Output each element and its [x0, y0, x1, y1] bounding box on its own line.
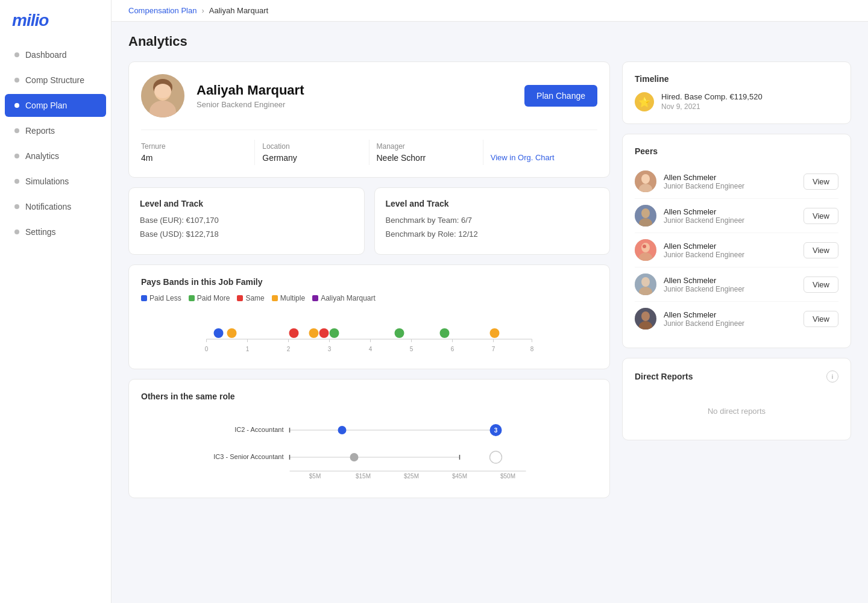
location-label: Location: [262, 142, 361, 151]
org-chart-spacer: [491, 142, 590, 151]
svg-point-28: [319, 328, 329, 338]
svg-point-53: [641, 174, 650, 184]
svg-text:0: 0: [205, 346, 209, 352]
svg-point-31: [440, 328, 450, 338]
breadcrumb-current: Aaliyah Marquart: [209, 6, 268, 15]
org-chart-link[interactable]: View in Org. Chart: [491, 153, 590, 162]
svg-text:7: 7: [492, 346, 495, 352]
sidebar-item-simulations[interactable]: Simulations: [5, 170, 106, 193]
timeline-text: Hired. Base Comp. €119,520: [661, 92, 763, 101]
main-content: Compensation Plan › Aaliyah Marquart Ana…: [112, 0, 868, 603]
svg-point-29: [330, 328, 339, 338]
level-left-title: Level and Track: [140, 199, 353, 208]
paid-less-dot: [141, 295, 147, 301]
employee-title: Senior Backend Engineer: [197, 100, 512, 109]
peer-info-3: Allen Schmeler Junior Backend Engineer: [664, 276, 796, 293]
timeline-item: ⭐ Hired. Base Comp. €119,520 Nov 9, 2021: [635, 92, 838, 111]
direct-reports-card: Direct Reports i No direct reports: [622, 358, 851, 440]
dashboard-dot: [14, 52, 19, 57]
peer-info-2: Allen Schmeler Junior Backend Engineer: [664, 242, 796, 259]
location-value: Germany: [262, 153, 361, 163]
level-right-title: Level and Track: [386, 199, 599, 208]
svg-text:6: 6: [451, 346, 454, 352]
peer-avatar-4: [635, 308, 656, 330]
level-card-right: Level and Track Benchmark by Team: 6/7 B…: [374, 187, 611, 255]
multiple-label: Multiple: [280, 294, 305, 302]
analytics-dot: [14, 154, 19, 158]
others-role-chart: IC2 - Accountant 3 IC3 - Senior Accounta…: [141, 411, 597, 483]
pay-bands-title: Pays Bands in this Job Family: [141, 277, 597, 287]
peer-name-3: Allen Schmeler: [664, 276, 796, 285]
others-role-card: Others in the same role IC2 - Accountant…: [128, 379, 610, 498]
peers-title: Peers: [635, 146, 838, 156]
sidebar-item-settings[interactable]: Settings: [5, 220, 106, 243]
svg-point-32: [490, 328, 500, 338]
org-chart-field: View in Org. Chart: [483, 140, 597, 165]
direct-reports-title: Direct Reports: [635, 372, 693, 381]
breadcrumb-parent[interactable]: Compensation Plan: [128, 6, 197, 15]
peer-avatar-1: [635, 205, 656, 227]
peer-item-1: Allen Schmeler Junior Backend Engineer V…: [635, 199, 838, 233]
direct-reports-header: Direct Reports i: [635, 370, 838, 383]
peer-role-4: Junior Backend Engineer: [664, 319, 796, 328]
peer-item-2: Allen Schmeler Junior Backend Engineer V…: [635, 233, 838, 267]
sidebar-label-comp-structure: Comp Structure: [25, 75, 84, 85]
pay-bands-card: Pays Bands in this Job Family Paid Less …: [128, 264, 610, 369]
svg-point-56: [641, 208, 650, 218]
top-bar: Compensation Plan › Aaliyah Marquart: [112, 0, 868, 22]
employee-name: Aaliyah Marquart: [197, 83, 512, 98]
page-title: Analytics: [112, 22, 868, 49]
sidebar-item-notifications[interactable]: Notifications: [5, 195, 106, 218]
svg-text:IC2 - Accountant: IC2 - Accountant: [234, 426, 283, 433]
svg-point-27: [309, 328, 319, 338]
sidebar-label-analytics: Analytics: [25, 151, 59, 161]
timeline-star-icon: ⭐: [635, 92, 654, 111]
peer-view-button-3[interactable]: View: [804, 277, 838, 293]
peer-info-1: Allen Schmeler Junior Backend Engineer: [664, 207, 796, 225]
manager-value: Neele Schorr: [377, 153, 476, 163]
manager-field: Manager Neele Schorr: [370, 140, 483, 165]
sidebar-item-comp-plan[interactable]: Comp Plan: [5, 94, 106, 117]
sidebar-item-reports[interactable]: Reports: [5, 119, 106, 142]
peer-name-4: Allen Schmeler: [664, 310, 796, 319]
right-column: Timeline ⭐ Hired. Base Comp. €119,520 No…: [622, 61, 851, 498]
peer-view-button-1[interactable]: View: [804, 208, 838, 224]
svg-text:$5M: $5M: [309, 473, 321, 480]
timeline-content: Hired. Base Comp. €119,520 Nov 9, 2021: [661, 92, 763, 111]
sidebar-label-simulations: Simulations: [25, 177, 69, 186]
level-row: Level and Track Base (EUR): €107,170 Bas…: [128, 187, 610, 255]
logo: milio: [0, 0, 111, 42]
tenure-label: Ternure: [141, 142, 247, 151]
sidebar-label-reports: Reports: [25, 126, 55, 136]
svg-text:1: 1: [246, 346, 250, 352]
reports-dot: [14, 128, 19, 133]
sidebar-label-settings: Settings: [25, 227, 56, 237]
svg-point-4: [154, 84, 171, 98]
tenure-field: Ternure 4m: [141, 140, 255, 165]
peer-info-4: Allen Schmeler Junior Backend Engineer: [664, 310, 796, 328]
legend-paid-more: Paid More: [189, 294, 230, 302]
tenure-value: 4m: [141, 153, 247, 163]
svg-text:2: 2: [287, 346, 291, 352]
svg-point-44: [350, 453, 359, 461]
peer-view-button-4[interactable]: View: [804, 311, 838, 327]
employee-info: Aaliyah Marquart Senior Backend Engineer: [197, 83, 512, 109]
peer-name-0: Allen Schmeler: [664, 173, 796, 182]
location-field: Location Germany: [255, 140, 369, 165]
manager-label: Manager: [377, 142, 476, 151]
content-area: Aaliyah Marquart Senior Backend Engineer…: [112, 49, 868, 510]
paid-less-label: Paid Less: [149, 294, 181, 302]
info-icon[interactable]: i: [826, 370, 838, 383]
simulations-dot: [14, 179, 19, 184]
plan-change-button[interactable]: Plan Change: [524, 85, 597, 107]
peers-card: Peers Allen Schmeler Junior Backend Engi…: [622, 134, 851, 348]
benchmark-team-stat: Benchmark by Team: 6/7: [386, 216, 599, 225]
sidebar-item-comp-structure[interactable]: Comp Structure: [5, 69, 106, 92]
svg-point-24: [214, 328, 224, 338]
sidebar-label-dashboard: Dashboard: [25, 50, 67, 60]
peer-view-button-2[interactable]: View: [804, 242, 838, 258]
peer-view-button-0[interactable]: View: [804, 173, 838, 190]
sidebar-item-dashboard[interactable]: Dashboard: [5, 43, 106, 66]
sidebar-item-analytics[interactable]: Analytics: [5, 145, 106, 167]
no-direct-reports-message: No direct reports: [635, 395, 838, 428]
